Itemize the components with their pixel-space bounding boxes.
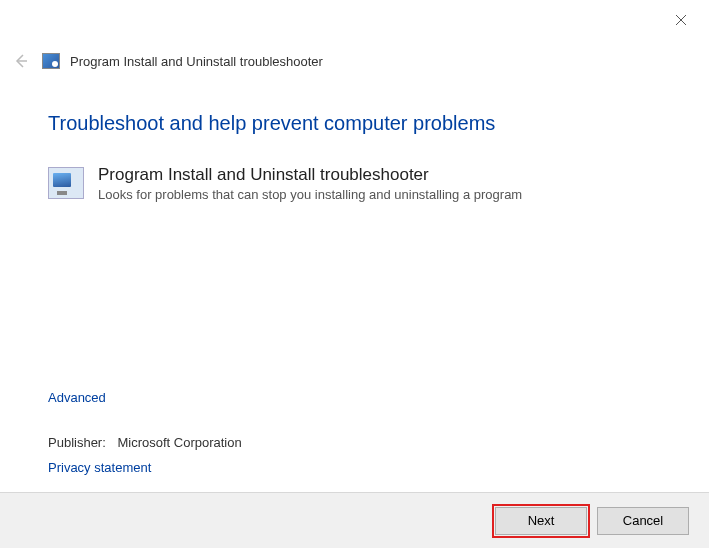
back-button — [10, 50, 32, 72]
content-area: Troubleshoot and help prevent computer p… — [48, 112, 669, 202]
privacy-link[interactable]: Privacy statement — [48, 460, 151, 475]
publisher-label: Publisher: — [48, 435, 106, 450]
item-text: Program Install and Uninstall troublesho… — [98, 165, 522, 202]
cancel-button[interactable]: Cancel — [597, 507, 689, 535]
monitor-icon — [48, 167, 84, 199]
advanced-link-row: Advanced — [48, 390, 106, 405]
advanced-link[interactable]: Advanced — [48, 390, 106, 405]
privacy-row: Privacy statement — [48, 460, 151, 475]
item-description: Looks for problems that can stop you ins… — [98, 187, 522, 202]
footer-bar: Next Cancel — [0, 492, 709, 548]
publisher-row: Publisher: Microsoft Corporation — [48, 435, 242, 450]
troubleshooter-item: Program Install and Uninstall troublesho… — [48, 165, 669, 202]
item-title: Program Install and Uninstall troublesho… — [98, 165, 522, 185]
next-button[interactable]: Next — [495, 507, 587, 535]
back-arrow-icon — [12, 52, 30, 70]
close-icon — [675, 14, 687, 26]
publisher-name: Microsoft Corporation — [117, 435, 241, 450]
window-title: Program Install and Uninstall troublesho… — [70, 54, 323, 69]
title-bar: Program Install and Uninstall troublesho… — [10, 50, 323, 72]
close-button[interactable] — [671, 10, 691, 30]
page-heading: Troubleshoot and help prevent computer p… — [48, 112, 669, 135]
app-icon — [42, 53, 60, 69]
